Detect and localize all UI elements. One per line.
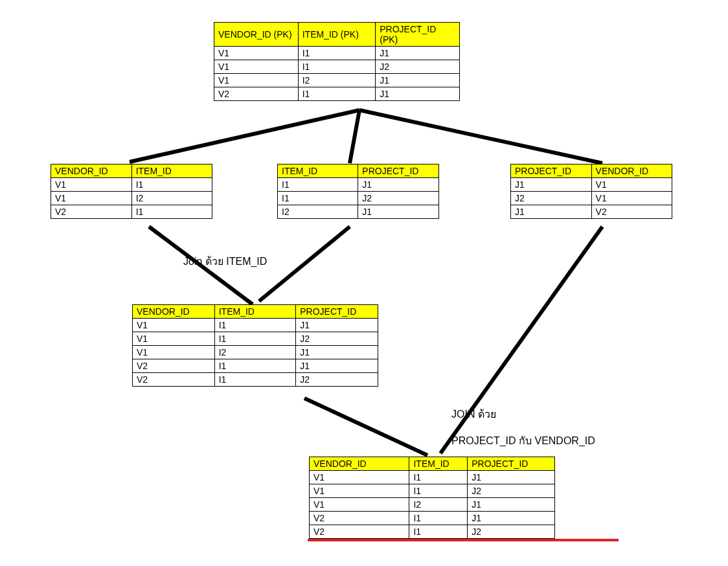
table-row: V2I1 <box>51 205 212 219</box>
col-header: ITEM_ID <box>409 457 468 471</box>
table-row: V2I1J1 <box>310 512 555 525</box>
col-header: PROJECT_ID (PK) <box>376 23 460 47</box>
col-header: ITEM_ID (PK) <box>298 23 376 47</box>
table-row: V1I1J2 <box>133 332 378 346</box>
col-header: PROJECT_ID <box>511 164 592 178</box>
col-header: VENDOR_ID <box>591 164 672 178</box>
col-header: VENDOR_ID <box>51 164 132 178</box>
table-row: V2I1J2 <box>310 525 555 539</box>
svg-line-5 <box>304 398 427 455</box>
col-header: ITEM_ID <box>214 305 296 319</box>
col-header: PROJECT_ID <box>358 164 439 178</box>
table-row: J1V2 <box>511 205 672 219</box>
table-row: V1I1J1 <box>214 47 460 60</box>
col-header: VENDOR_ID <box>133 305 215 319</box>
svg-line-0 <box>130 110 359 162</box>
svg-line-1 <box>350 110 359 163</box>
table-row: V2I1J1 <box>214 87 460 101</box>
table-row: V2I1J2 <box>133 373 378 387</box>
table-row: I2J1 <box>278 205 439 219</box>
table-vendor-item: VENDOR_ID ITEM_ID V1I1 V1I2 V2I1 <box>51 164 212 219</box>
table-item-project: ITEM_ID PROJECT_ID I1J1 I1J2 I2J1 <box>277 164 439 219</box>
label-join-item: Join ด้วย ITEM_ID <box>183 253 267 269</box>
table-row: V2I1J1 <box>133 359 378 373</box>
table-row: V1I2J1 <box>214 74 460 87</box>
table-parent: VENDOR_ID (PK) ITEM_ID (PK) PROJECT_ID (… <box>214 22 460 101</box>
table-join1: VENDOR_ID ITEM_ID PROJECT_ID V1I1J1 V1I1… <box>132 304 378 387</box>
label-join-proj-line2: PROJECT_ID กับ VENDOR_ID <box>451 433 595 449</box>
table-row: I1J1 <box>278 178 439 192</box>
table-row: J1V1 <box>511 178 672 192</box>
table-row: V1I1J2 <box>214 60 460 74</box>
table-row: V1I1J1 <box>310 471 555 484</box>
col-header: PROJECT_ID <box>468 457 555 471</box>
col-header: PROJECT_ID <box>296 305 378 319</box>
table-row: J2V1 <box>511 192 672 205</box>
col-header: VENDOR_ID (PK) <box>214 23 299 47</box>
label-join-proj-line1: JOIN ด้วย <box>451 406 496 422</box>
table-row: V1I1 <box>51 178 212 192</box>
table-join2: VENDOR_ID ITEM_ID PROJECT_ID V1I1J1 V1I1… <box>309 457 555 539</box>
col-header: ITEM_ID <box>278 164 358 178</box>
svg-line-4 <box>259 227 350 301</box>
table-row: V1I2J1 <box>133 346 378 359</box>
table-row: V1I1J2 <box>310 484 555 498</box>
col-header: ITEM_ID <box>131 164 212 178</box>
col-header: VENDOR_ID <box>310 457 409 471</box>
table-project-vendor: PROJECT_ID VENDOR_ID J1V1 J2V1 J1V2 <box>510 164 672 219</box>
table-row: V1I2J1 <box>310 498 555 512</box>
table-row: V1I1J1 <box>133 319 378 332</box>
svg-line-2 <box>359 110 602 163</box>
table-row: I1J2 <box>278 192 439 205</box>
table-row: V1I2 <box>51 192 212 205</box>
